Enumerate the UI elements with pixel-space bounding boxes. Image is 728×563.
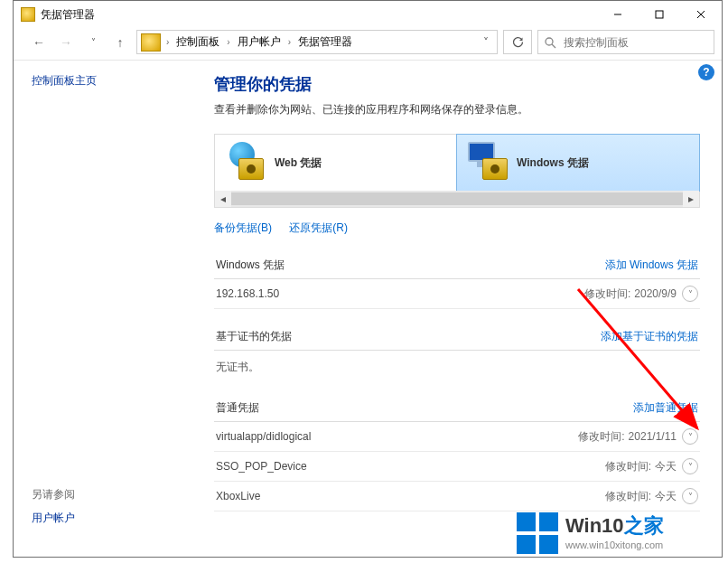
chevron-right-icon[interactable]: › <box>164 37 171 47</box>
windows-credentials-icon <box>468 142 509 183</box>
backup-credentials-link[interactable]: 备份凭据(B) <box>214 221 272 234</box>
horizontal-scrollbar[interactable]: ◂ ▸ <box>215 191 699 207</box>
recent-dropdown[interactable]: ˅ <box>82 32 104 53</box>
section-windows-credentials: Windows 凭据 添加 Windows 凭据 <box>214 252 700 279</box>
sidebar-heading[interactable]: 控制面板主页 <box>32 73 196 89</box>
section-generic-credentials: 普通凭据 添加普通凭据 <box>214 395 700 422</box>
credential-manager-window: 凭据管理器 ← → ˅ ↑ › 控制面板 › 用户帐户 › 凭据管理器 ˅ <box>13 0 723 558</box>
scroll-left-button[interactable]: ◂ <box>215 191 231 207</box>
chevron-down-icon[interactable]: ˅ <box>682 428 698 445</box>
modified-date: 2021/1/11 <box>629 430 677 443</box>
credential-row[interactable]: SSO_POP_Device 修改时间: 今天 ˅ <box>214 452 700 482</box>
close-button[interactable] <box>680 1 722 28</box>
chevron-right-icon[interactable]: › <box>225 37 231 47</box>
chevron-right-icon[interactable]: › <box>286 37 293 47</box>
search-box[interactable] <box>537 30 714 54</box>
scroll-right-button[interactable]: ▸ <box>683 191 699 207</box>
web-credentials-icon <box>226 142 267 183</box>
credential-name: virtualapp/didlogical <box>216 430 578 443</box>
app-icon <box>21 7 35 22</box>
page-description: 查看并删除你为网站、已连接的应用程序和网络保存的登录信息。 <box>214 102 700 117</box>
modified-label: 修改时间: <box>605 459 651 474</box>
address-dropdown[interactable]: ˅ <box>477 36 495 49</box>
titlebar: 凭据管理器 <box>14 1 722 28</box>
svg-line-5 <box>552 44 555 48</box>
backup-restore-row: 备份凭据(B) 还原凭据(R) <box>214 221 700 236</box>
tab-label: Windows 凭据 <box>517 155 589 171</box>
page-title: 管理你的凭据 <box>214 73 700 95</box>
search-input[interactable] <box>562 35 708 50</box>
chevron-down-icon[interactable]: ˅ <box>682 488 698 504</box>
back-button[interactable]: ← <box>28 32 50 53</box>
breadcrumb-item[interactable]: 凭据管理器 <box>294 31 356 53</box>
forward-button[interactable]: → <box>55 32 77 53</box>
credential-row[interactable]: XboxLive 修改时间: 今天 ˅ <box>214 482 700 511</box>
chevron-down-icon[interactable]: ˅ <box>682 286 698 302</box>
section-title: 基于证书的凭据 <box>216 329 601 344</box>
address-icon <box>141 33 161 52</box>
modified-label: 修改时间: <box>578 429 624 445</box>
credential-name: XboxLive <box>216 490 605 502</box>
add-windows-credential-link[interactable]: 添加 Windows 凭据 <box>605 258 698 273</box>
svg-point-4 <box>546 38 553 45</box>
sidebar-link-user-accounts[interactable]: 用户帐户 <box>32 511 75 526</box>
breadcrumb-item[interactable]: 用户帐户 <box>234 31 285 53</box>
no-certificate-label: 无证书。 <box>214 351 700 375</box>
credential-type-selector: Web 凭据 Windows 凭据 ◂ ▸ <box>214 134 700 208</box>
modified-date: 2020/9/9 <box>634 287 677 300</box>
svg-rect-1 <box>656 11 663 18</box>
scrollbar-thumb[interactable] <box>231 192 683 205</box>
credential-row[interactable]: 192.168.1.50 修改时间: 2020/9/9 ˅ <box>214 279 700 309</box>
search-icon <box>544 36 556 49</box>
section-certificate-credentials: 基于证书的凭据 添加基于证书的凭据 <box>214 324 700 351</box>
add-certificate-credential-link[interactable]: 添加基于证书的凭据 <box>601 329 698 344</box>
address-bar[interactable]: › 控制面板 › 用户帐户 › 凭据管理器 ˅ <box>136 30 498 54</box>
restore-credentials-link[interactable]: 还原凭据(R) <box>289 221 348 234</box>
help-icon[interactable]: ? <box>698 64 714 80</box>
section-title: 普通凭据 <box>216 400 633 416</box>
modified-label: 修改时间: <box>605 489 651 504</box>
tab-windows-credentials[interactable]: Windows 凭据 <box>456 134 700 192</box>
up-button[interactable]: ↑ <box>109 32 131 53</box>
tab-label: Web 凭据 <box>275 155 322 171</box>
body: 控制面板主页 另请参阅 用户帐户 ? 管理你的凭据 查看并删除你为网站、已连接的… <box>14 61 722 557</box>
credential-row[interactable]: virtualapp/didlogical 修改时间: 2021/1/11 ˅ <box>214 422 700 452</box>
section-title: Windows 凭据 <box>216 258 605 273</box>
minimize-button[interactable] <box>597 1 639 28</box>
credential-name: SSO_POP_Device <box>216 460 605 473</box>
see-also-label: 另请参阅 <box>32 487 75 502</box>
maximize-button[interactable] <box>639 1 680 28</box>
sidebar: 控制面板主页 另请参阅 用户帐户 <box>14 61 214 557</box>
window-title: 凭据管理器 <box>41 7 95 23</box>
add-generic-credential-link[interactable]: 添加普通凭据 <box>633 400 698 416</box>
modified-date: 今天 <box>655 459 677 474</box>
nav-row: ← → ˅ ↑ › 控制面板 › 用户帐户 › 凭据管理器 ˅ <box>14 28 722 61</box>
tab-web-credentials[interactable]: Web 凭据 <box>215 135 457 191</box>
chevron-down-icon[interactable]: ˅ <box>682 458 698 474</box>
credential-name: 192.168.1.50 <box>216 287 584 300</box>
modified-date: 今天 <box>655 489 677 504</box>
modified-label: 修改时间: <box>584 286 630 302</box>
breadcrumb-item[interactable]: 控制面板 <box>173 31 223 53</box>
refresh-button[interactable] <box>503 30 532 54</box>
main-panel: ? 管理你的凭据 查看并删除你为网站、已连接的应用程序和网络保存的登录信息。 W… <box>214 61 722 557</box>
